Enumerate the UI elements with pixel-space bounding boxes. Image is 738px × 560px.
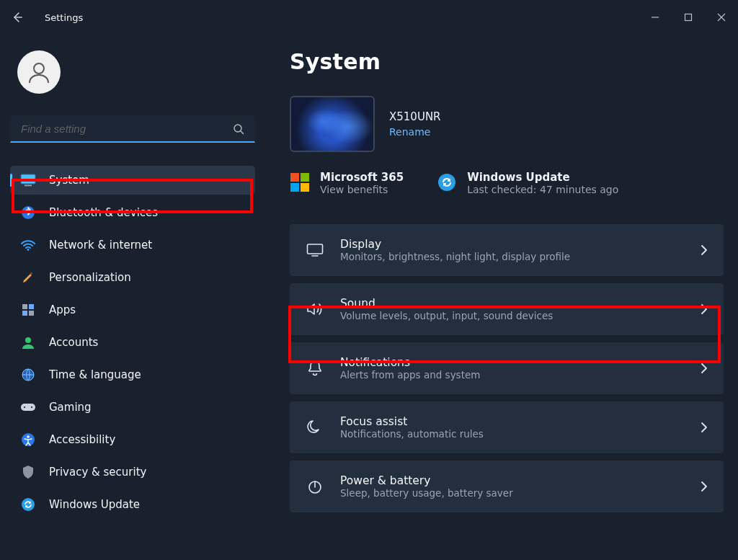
card-display[interactable]: Display Monitors, brightness, night ligh…: [290, 224, 724, 276]
shield-icon: [20, 464, 36, 480]
card-sound[interactable]: Sound Volume levels, output, input, soun…: [290, 283, 724, 335]
svg-point-17: [24, 406, 25, 408]
svg-point-22: [438, 174, 455, 191]
search-box[interactable]: [10, 115, 255, 143]
sidebar-item-network[interactable]: Network & internet: [10, 231, 255, 259]
sync-icon: [437, 172, 457, 192]
sidebar-item-bluetooth[interactable]: Bluetooth & devices: [10, 198, 255, 227]
microsoft-logo-icon: [290, 172, 310, 192]
search-input[interactable]: [21, 123, 233, 135]
minimize-icon: [651, 13, 659, 22]
status-windows-update[interactable]: Windows Update Last checked: 47 minutes …: [437, 171, 618, 195]
svg-point-21: [22, 498, 35, 511]
sidebar: System Bluetooth & devices Network & int…: [10, 45, 255, 560]
svg-point-20: [27, 435, 30, 438]
sidebar-item-time-language[interactable]: Time & language: [10, 360, 255, 389]
moon-icon: [306, 418, 324, 437]
sidebar-item-system[interactable]: System: [10, 166, 255, 195]
svg-rect-3: [21, 174, 35, 184]
card-sub: Monitors, brightness, night light, displ…: [340, 251, 685, 262]
avatar: [17, 50, 61, 94]
wifi-icon: [20, 237, 36, 253]
bluetooth-icon: [20, 205, 36, 221]
nav-list: System Bluetooth & devices Network & int…: [10, 166, 255, 519]
status-title: Microsoft 365: [320, 171, 404, 184]
display-icon: [306, 241, 324, 259]
window-controls: [639, 0, 738, 35]
window-title: Settings: [45, 12, 83, 23]
chevron-right-icon: [701, 244, 708, 256]
sidebar-item-label: Accessibility: [49, 433, 115, 446]
device-thumbnail[interactable]: [290, 96, 375, 152]
apps-icon: [20, 302, 36, 318]
maximize-button[interactable]: [672, 0, 705, 35]
system-icon: [20, 172, 36, 188]
sidebar-item-gaming[interactable]: Gaming: [10, 393, 255, 422]
main-content: System X510UNR Rename Microsoft 365 View…: [290, 49, 724, 560]
svg-point-1: [34, 63, 44, 74]
settings-cards: Display Monitors, brightness, night ligh…: [290, 224, 724, 512]
svg-rect-9: [22, 304, 27, 309]
card-notifications[interactable]: Notifications Alerts from apps and syste…: [290, 342, 724, 394]
sidebar-item-label: Time & language: [49, 368, 141, 381]
svg-rect-11: [22, 311, 27, 316]
maximize-icon: [684, 13, 693, 22]
status-m365[interactable]: Microsoft 365 View benefits: [290, 171, 404, 195]
profile-area[interactable]: [10, 45, 255, 115]
back-button[interactable]: [10, 10, 25, 25]
card-title: Sound: [340, 297, 685, 310]
rename-link[interactable]: Rename: [389, 126, 441, 138]
svg-rect-16: [21, 404, 35, 411]
svg-rect-23: [308, 244, 323, 254]
sidebar-item-label: Personalization: [49, 271, 131, 284]
sidebar-item-label: Accounts: [49, 336, 98, 349]
accessibility-icon: [20, 432, 36, 448]
card-power-battery[interactable]: Power & battery Sleep, battery usage, ba…: [290, 461, 724, 512]
card-focus-assist[interactable]: Focus assist Notifications, automatic ru…: [290, 401, 724, 453]
card-sub: Notifications, automatic rules: [340, 428, 685, 440]
sidebar-item-label: System: [49, 174, 89, 187]
sidebar-item-accessibility[interactable]: Accessibility: [10, 425, 255, 454]
close-icon: [717, 13, 726, 22]
chevron-right-icon: [701, 422, 708, 433]
sidebar-item-label: Windows Update: [49, 498, 140, 511]
sidebar-item-label: Privacy & security: [49, 466, 146, 479]
sound-icon: [306, 300, 324, 319]
status-title: Windows Update: [467, 171, 618, 184]
paintbrush-icon: [20, 270, 36, 285]
minimize-button[interactable]: [639, 0, 672, 35]
chevron-right-icon: [701, 481, 708, 492]
card-sub: Volume levels, output, input, sound devi…: [340, 310, 685, 321]
arrow-left-icon: [12, 12, 23, 23]
svg-point-7: [27, 249, 30, 251]
gamepad-icon: [20, 399, 36, 415]
status-sub: View benefits: [320, 184, 404, 195]
card-sub: Sleep, battery usage, battery saver: [340, 487, 685, 499]
status-row: Microsoft 365 View benefits Windows Upda…: [290, 171, 724, 195]
card-title: Power & battery: [340, 474, 685, 487]
card-title: Notifications: [340, 356, 685, 369]
card-sub: Alerts from apps and system: [340, 369, 685, 381]
update-icon: [20, 497, 36, 512]
accounts-icon: [20, 334, 36, 350]
bell-icon: [306, 359, 324, 378]
svg-rect-0: [685, 14, 692, 21]
sidebar-item-privacy[interactable]: Privacy & security: [10, 458, 255, 486]
sidebar-item-apps[interactable]: Apps: [10, 295, 255, 324]
globe-clock-icon: [20, 367, 36, 383]
svg-rect-12: [29, 311, 34, 316]
svg-point-13: [25, 337, 31, 343]
chevron-right-icon: [701, 303, 708, 315]
close-button[interactable]: [705, 0, 738, 35]
sidebar-item-label: Apps: [49, 303, 76, 316]
card-title: Focus assist: [340, 415, 685, 428]
sidebar-item-windows-update[interactable]: Windows Update: [10, 490, 255, 519]
titlebar: Settings: [0, 0, 738, 35]
power-icon: [306, 477, 324, 496]
sidebar-item-accounts[interactable]: Accounts: [10, 328, 255, 357]
search-icon: [233, 123, 244, 135]
settings-window: Settings System Blu: [0, 0, 738, 560]
sidebar-item-personalization[interactable]: Personalization: [10, 263, 255, 292]
chevron-right-icon: [701, 363, 708, 374]
page-title: System: [290, 49, 724, 74]
